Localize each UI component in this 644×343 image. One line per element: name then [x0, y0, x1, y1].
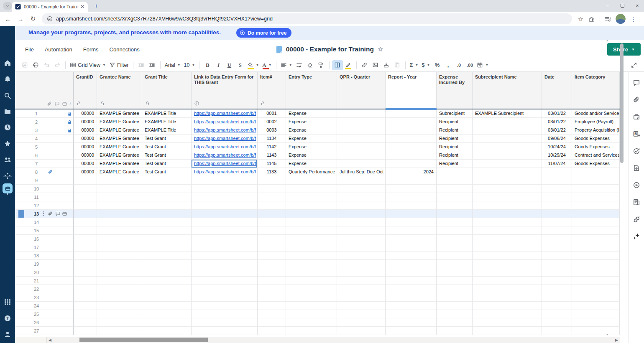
table-row[interactable]: 21	[15, 277, 620, 285]
cell[interactable]	[542, 210, 572, 218]
formula-sum-button[interactable]: Σ▼	[408, 60, 420, 70]
panel-automations[interactable]	[633, 147, 640, 155]
cell[interactable]	[572, 277, 620, 285]
cell[interactable]	[437, 226, 473, 235]
cell[interactable]	[97, 310, 142, 318]
cell[interactable]	[572, 327, 620, 335]
cell[interactable]	[192, 235, 258, 243]
row-number[interactable]: 15	[30, 226, 43, 235]
row-gutter[interactable]: 14	[15, 218, 74, 226]
cell[interactable]: 10/24/24	[542, 143, 572, 151]
row-number[interactable]: 12	[30, 201, 43, 210]
row-number[interactable]: 19	[30, 260, 43, 268]
cell[interactable]	[572, 168, 620, 176]
cell[interactable]	[337, 318, 386, 327]
font-family-button[interactable]: Arial▼	[163, 60, 182, 70]
column-header-qpr-quarter[interactable]: QPR - Quarter	[337, 72, 386, 109]
vertical-scroll-up-arrow[interactable]: ▲	[605, 38, 609, 43]
cell[interactable]: Recipient	[437, 118, 473, 126]
cell[interactable]	[74, 327, 97, 335]
row-gutter[interactable]: 6	[15, 151, 74, 160]
row-number[interactable]: 9	[30, 176, 43, 185]
cell[interactable]	[437, 293, 473, 302]
tab-search-button[interactable]	[3, 2, 12, 10]
cell[interactable]	[437, 193, 473, 201]
row-number[interactable]: 1	[30, 109, 43, 118]
cell[interactable]	[473, 285, 542, 293]
cell[interactable]: EXAMPLE Grantee	[97, 118, 142, 126]
cell[interactable]	[286, 293, 337, 302]
cell[interactable]	[74, 285, 97, 293]
cell[interactable]	[473, 235, 542, 243]
sidebar-sharing[interactable]	[4, 156, 11, 163]
table-row[interactable]: 26	[15, 318, 620, 327]
cell[interactable]	[437, 243, 473, 252]
cell[interactable]	[192, 176, 258, 185]
cell[interactable]: https://app.smartsheet.com/b/f	[192, 126, 258, 135]
cell[interactable]	[337, 235, 386, 243]
cell[interactable]: Expense	[286, 160, 337, 168]
cell[interactable]	[473, 327, 542, 335]
row-gutter[interactable]: 1	[15, 109, 74, 118]
cell[interactable]: EXAMPLE Grantee	[97, 143, 142, 151]
cell[interactable]: EXAMPLE Grantee	[97, 109, 142, 118]
table-row[interactable]: 24	[15, 302, 620, 310]
cell[interactable]	[74, 176, 97, 185]
cell[interactable]	[142, 176, 192, 185]
menu-connections[interactable]: Connections	[110, 46, 140, 53]
cell[interactable]	[572, 176, 620, 185]
extensions-icon[interactable]	[588, 15, 595, 23]
row-gutter[interactable]: 5	[15, 143, 74, 151]
cell[interactable]	[337, 151, 386, 160]
table-row[interactable]: 11	[15, 193, 620, 201]
cell[interactable]: https://app.smartsheet.com/b/f	[192, 160, 258, 168]
insert-image-button[interactable]	[370, 60, 381, 70]
cell[interactable]	[386, 226, 437, 235]
cell[interactable]	[97, 252, 142, 260]
new-tab-button[interactable]: +	[93, 3, 100, 9]
row-gutter[interactable]: 16	[15, 235, 74, 243]
cell[interactable]	[142, 302, 192, 310]
cell[interactable]	[542, 252, 572, 260]
cell[interactable]	[337, 285, 386, 293]
window-minimize-button[interactable]: –	[600, 0, 615, 12]
row-number[interactable]: 25	[30, 310, 43, 318]
row-gutter[interactable]: 7	[15, 160, 74, 168]
cell[interactable]: 1145	[258, 160, 286, 168]
cell[interactable]: EXAMPLE Title	[142, 118, 192, 126]
row-gutter[interactable]: 23	[15, 293, 74, 302]
table-row[interactable]: 200000EXAMPLE GranteeEXAMPLE Titlehttps:…	[15, 118, 620, 126]
cell[interactable]	[386, 143, 437, 151]
cell[interactable]: 10/29/24	[542, 151, 572, 160]
indent-button[interactable]	[147, 60, 158, 70]
cell[interactable]	[337, 201, 386, 210]
cell[interactable]	[97, 235, 142, 243]
cell[interactable]: 03/01/22	[542, 126, 572, 135]
cell[interactable]	[337, 302, 386, 310]
cell[interactable]: EXAMPLE Title	[142, 109, 192, 118]
cell[interactable]: Contract and Services I	[572, 151, 620, 160]
cell[interactable]	[258, 210, 286, 218]
cell[interactable]	[473, 252, 542, 260]
cell[interactable]: Goods Expenses	[572, 160, 620, 168]
cell[interactable]	[142, 243, 192, 252]
cell[interactable]	[572, 293, 620, 302]
cell[interactable]	[542, 201, 572, 210]
cell[interactable]	[437, 201, 473, 210]
table-row[interactable]: 14	[15, 218, 620, 226]
cell[interactable]: 0003	[258, 126, 286, 135]
insert-link-button[interactable]	[359, 60, 370, 70]
cell[interactable]	[192, 293, 258, 302]
view-selector-button[interactable]: Grid View▼	[68, 60, 107, 70]
row-number[interactable]: 20	[30, 268, 43, 277]
clear-format-button[interactable]	[305, 60, 316, 70]
cell[interactable]	[286, 201, 337, 210]
highlight-button[interactable]	[343, 60, 354, 70]
cell[interactable]	[572, 310, 620, 318]
cell[interactable]	[74, 318, 97, 327]
share-button[interactable]: Share▼	[607, 43, 641, 56]
back-button[interactable]: ←	[2, 15, 14, 23]
cell[interactable]: 00000	[74, 109, 97, 118]
cell[interactable]	[97, 277, 142, 285]
row-number[interactable]: 8	[30, 168, 43, 176]
